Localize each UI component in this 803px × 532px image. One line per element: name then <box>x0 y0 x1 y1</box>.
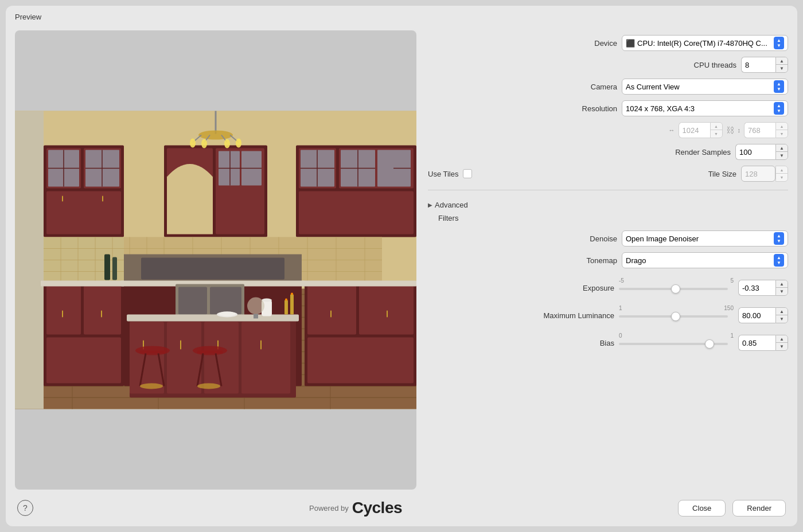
exposure-slider-container: -5 5 <box>619 285 734 290</box>
exposure-label: Exposure <box>583 284 614 292</box>
svg-rect-29 <box>102 196 103 202</box>
tonemap-value: Drago <box>626 256 770 265</box>
svg-point-128 <box>219 312 236 316</box>
width-field: 1024 ▲ ▼ <box>679 122 723 138</box>
filters-label: Filters <box>428 213 788 225</box>
camera-label: Camera <box>591 83 617 91</box>
exposure-value-field: -0.33 ▲ ▼ <box>738 280 788 296</box>
render-samples-field: 100 ▲ ▼ <box>735 144 788 160</box>
svg-rect-122 <box>254 314 258 319</box>
exposure-thumb[interactable] <box>671 284 680 294</box>
exposure-max-label: 5 <box>730 277 734 284</box>
height-field: 768 ▲ ▼ <box>744 122 788 138</box>
main-window: Preview <box>6 6 797 526</box>
help-button[interactable]: ? <box>17 500 33 516</box>
luminance-input[interactable]: 80.00 <box>738 307 775 323</box>
bias-increment[interactable]: ▲ <box>776 335 788 343</box>
resolution-row: Resolution 1024 x 768, XGA 4:3 ▲ ▼ <box>428 100 788 116</box>
cpu-threads-input[interactable]: 8 <box>741 57 775 73</box>
luminance-track[interactable] <box>619 315 728 318</box>
svg-rect-86 <box>302 281 416 287</box>
svg-rect-105 <box>197 351 223 354</box>
tile-size-field: 128 ▲ ▼ <box>741 166 788 182</box>
svg-rect-129 <box>104 255 110 280</box>
svg-point-126 <box>291 293 293 295</box>
height-increment: ▲ <box>776 123 788 130</box>
advanced-header[interactable]: ▶ Advanced <box>428 198 788 212</box>
denoise-row: Denoise Open Image Denoiser ▲ ▼ <box>428 230 788 247</box>
camera-dropdown-arrow[interactable]: ▲ ▼ <box>774 80 784 93</box>
bias-decrement[interactable]: ▼ <box>776 343 788 350</box>
luminance-value-field: 80.00 ▲ ▼ <box>738 307 788 323</box>
tonemap-dropdown-arrow[interactable]: ▲ ▼ <box>774 254 784 267</box>
svg-rect-73 <box>101 311 102 318</box>
render-samples-increment[interactable]: ▲ <box>776 144 788 152</box>
svg-rect-100 <box>140 351 165 354</box>
bias-value: 0.85 <box>742 339 757 347</box>
cpu-threads-decrement[interactable]: ▼ <box>776 65 788 72</box>
preview-image <box>15 30 416 490</box>
resolution-select[interactable]: 1024 x 768, XGA 4:3 ▲ ▼ <box>622 100 788 116</box>
width-icon: ↔ <box>669 127 675 134</box>
advanced-section: ▶ Advanced Filters <box>428 198 788 225</box>
powered-by-label: Powered by <box>309 504 349 513</box>
bias-slider-container: 0 1 <box>619 341 734 345</box>
width-decrement: ▼ <box>711 130 722 138</box>
luminance-max-label: 150 <box>724 305 734 311</box>
powered-by-area: Powered by Cycles <box>309 499 402 517</box>
exposure-increment[interactable]: ▲ <box>776 280 788 288</box>
device-dropdown-arrow[interactable]: ▲ ▼ <box>774 37 784 49</box>
exposure-track[interactable] <box>619 288 728 290</box>
bias-thumb[interactable] <box>705 339 714 349</box>
svg-rect-92 <box>167 322 201 394</box>
luminance-increment[interactable]: ▲ <box>776 308 788 315</box>
luminance-thumb[interactable] <box>671 312 680 321</box>
cpu-threads-field: 8 ▲ ▼ <box>741 57 788 73</box>
denoise-dropdown-arrow[interactable]: ▲ ▼ <box>774 232 784 245</box>
height-input: 768 <box>744 122 775 138</box>
camera-value: As Current View <box>626 83 770 91</box>
exposure-input[interactable]: -0.33 <box>738 280 775 296</box>
svg-point-108 <box>197 384 220 389</box>
denoise-label: Denoise <box>590 234 617 243</box>
exposure-row: Exposure -5 5 -0.33 ▲ ▼ <box>428 280 788 296</box>
render-samples-decrement[interactable]: ▼ <box>776 152 788 159</box>
tile-size-input: 128 <box>741 166 775 182</box>
close-button[interactable]: Close <box>678 500 726 517</box>
tile-size-stepper: ▲ ▼ <box>775 166 788 182</box>
svg-rect-74 <box>41 281 130 287</box>
render-samples-label: Render Samples <box>675 148 731 157</box>
cpu-threads-increment[interactable]: ▲ <box>776 57 788 65</box>
svg-point-116 <box>201 139 207 148</box>
svg-rect-40 <box>299 191 414 234</box>
render-samples-stepper: ▲ ▼ <box>775 144 788 160</box>
svg-rect-124 <box>290 295 294 315</box>
device-select[interactable]: ⬛ CPU: Intel(R) Core(TM) i7-4870HQ C... … <box>622 35 788 51</box>
resolution-dropdown-arrow[interactable]: ▲ ▼ <box>774 102 784 115</box>
bias-label: Bias <box>600 339 614 347</box>
link-icon: ⛓ <box>726 126 734 135</box>
camera-select[interactable]: As Current View ▲ ▼ <box>622 79 788 95</box>
svg-rect-87 <box>330 311 332 318</box>
denoise-value: Open Image Denoiser <box>626 234 770 243</box>
render-samples-input[interactable]: 100 <box>735 144 775 160</box>
luminance-row: Maximum Luminance 1 150 80.00 ▲ ▼ <box>428 307 788 323</box>
svg-rect-80 <box>178 287 207 315</box>
luminance-slider-container: 1 150 <box>619 313 734 318</box>
bias-input[interactable]: 0.85 <box>738 335 775 351</box>
use-tiles-label: Use Tiles <box>428 170 458 178</box>
render-button[interactable]: Render <box>732 500 786 517</box>
svg-rect-21 <box>46 191 121 234</box>
exposure-decrement[interactable]: ▼ <box>776 288 788 295</box>
tile-size-increment: ▲ <box>776 166 788 174</box>
denoise-select[interactable]: Open Image Denoiser ▲ ▼ <box>622 230 788 247</box>
bias-track[interactable] <box>619 343 728 345</box>
content-area: Device ⬛ CPU: Intel(R) Core(TM) i7-4870H… <box>6 26 797 490</box>
use-tiles-checkbox[interactable] <box>463 169 472 178</box>
width-increment: ▲ <box>711 123 722 130</box>
tonemap-select[interactable]: Drago ▲ ▼ <box>622 252 788 268</box>
svg-point-118 <box>236 139 241 148</box>
luminance-decrement[interactable]: ▼ <box>776 315 788 323</box>
svg-point-117 <box>224 139 230 148</box>
bottom-buttons: Close Render <box>678 500 786 517</box>
